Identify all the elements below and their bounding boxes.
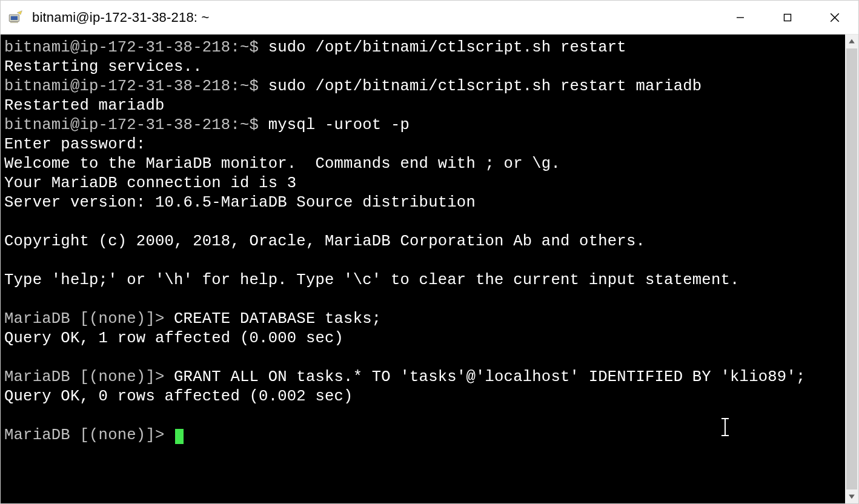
terminal-line (4, 290, 840, 310)
terminal-line: MariaDB [(none)]> GRANT ALL ON tasks.* T… (4, 368, 840, 387)
terminal-line: Query OK, 0 rows affected (0.002 sec) (4, 387, 840, 406)
svg-line-5 (831, 13, 839, 22)
terminal-output[interactable]: bitnami@ip-172-31-38-218:~$ sudo /opt/bi… (1, 35, 845, 503)
client-area: bitnami@ip-172-31-38-218:~$ sudo /opt/bi… (1, 35, 858, 503)
terminal-line: Type 'help;' or '\h' for help. Type '\c'… (4, 271, 840, 290)
terminal-line: bitnami@ip-172-31-38-218:~$ sudo /opt/bi… (4, 77, 840, 96)
terminal-line: Restarted mariadb (4, 96, 840, 116)
terminal-line: Your MariaDB connection id is 3 (4, 174, 840, 193)
title-bar[interactable]: bitnami@ip-172-31-38-218: ~ (1, 1, 858, 35)
terminal-line: bitnami@ip-172-31-38-218:~$ sudo /opt/bi… (4, 38, 840, 58)
putty-icon (7, 9, 24, 26)
maximize-button[interactable] (764, 1, 811, 34)
terminal-line (4, 213, 840, 232)
terminal-line: MariaDB [(none)]> CREATE DATABASE tasks; (4, 310, 840, 329)
terminal-line (4, 251, 840, 271)
svg-rect-4 (784, 14, 791, 21)
terminal-line (4, 348, 840, 368)
text-cursor-icon (724, 418, 725, 436)
putty-window: bitnami@ip-172-31-38-218: ~ bitnami@ip-1… (0, 0, 859, 504)
scroll-up-arrow[interactable] (845, 35, 858, 48)
input-cursor (175, 429, 184, 444)
terminal-line: MariaDB [(none)]> (4, 426, 840, 445)
scroll-thumb[interactable] (846, 48, 857, 489)
minimize-button[interactable] (717, 1, 764, 34)
terminal-line: Restarting services.. (4, 58, 840, 77)
window-controls (717, 1, 858, 34)
svg-line-6 (831, 13, 839, 22)
terminal-line: bitnami@ip-172-31-38-218:~$ mysql -uroot… (4, 116, 840, 135)
svg-rect-2 (10, 22, 18, 23)
terminal-line: Welcome to the MariaDB monitor. Commands… (4, 154, 840, 174)
terminal-line: Copyright (c) 2000, 2018, Oracle, MariaD… (4, 232, 840, 251)
terminal-line: Enter password: (4, 135, 840, 154)
terminal-line (4, 406, 840, 426)
vertical-scrollbar[interactable] (845, 35, 858, 503)
terminal-line: Server version: 10.6.5-MariaDB Source di… (4, 193, 840, 213)
close-button[interactable] (811, 1, 858, 34)
terminal-line: Query OK, 1 row affected (0.000 sec) (4, 329, 840, 348)
scroll-down-arrow[interactable] (845, 490, 858, 503)
window-title: bitnami@ip-172-31-38-218: ~ (32, 10, 717, 25)
svg-rect-1 (11, 16, 18, 20)
